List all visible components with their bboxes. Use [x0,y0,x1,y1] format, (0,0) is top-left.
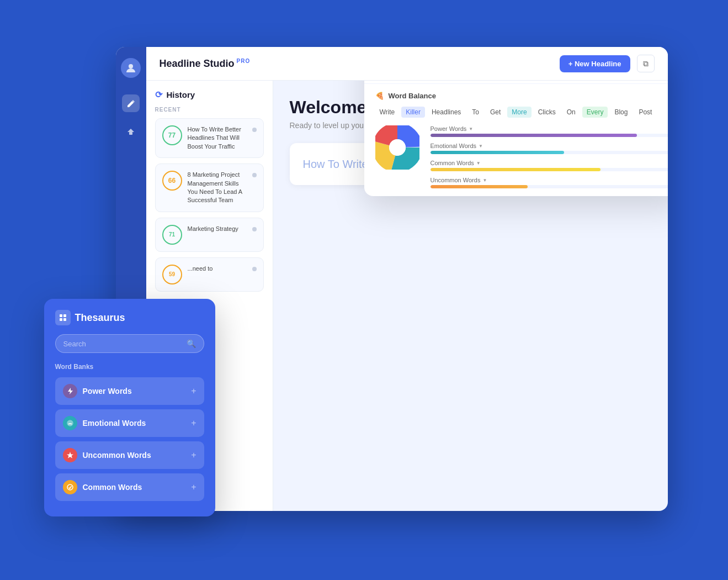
history-item[interactable]: 59 ...need to [155,257,264,292]
thesaurus-title: Thesaurus [75,312,125,324]
svg-rect-20 [60,314,62,317]
word-bank-power-words[interactable]: Power Words + [55,377,204,405]
word-tag: On [562,107,580,118]
emotional-words-icon [63,416,77,430]
thesaurus-card: Thesaurus 🔍 Word Banks Power Words + Emo… [44,299,215,516]
dropdown-arrow: ▼ [482,178,487,183]
history-title: ⟳ History [155,89,264,100]
uncommon-words-icon [63,448,77,462]
bar-label: Uncommon Words ▼ [431,177,668,183]
pie-chart [375,125,419,170]
score-badge-orange: 59 [162,265,182,284]
common-words-label: Common Words [83,483,186,492]
power-words-plus: + [191,386,196,396]
history-item[interactable]: 71 Marketing Strategy [155,218,264,252]
svg-point-19 [389,139,406,156]
word-tag: To [467,107,483,118]
history-dot [252,128,257,132]
bar-label: Power Words ▼ [431,125,668,132]
uncommon-words-bar: Uncommon Words ▼ [431,177,668,188]
word-tag: Headlines [427,107,465,118]
history-icon: ⟳ [155,89,162,100]
common-words-icon [63,480,77,494]
bar-track [431,134,668,137]
main-content: Headline StudioPRO + New Headline ⧉ ⟳ Hi… [146,47,668,511]
word-balance-icon: 🍕 [375,92,384,100]
bar-label: Common Words ▼ [431,160,668,166]
pro-badge: PRO [237,58,251,64]
word-bank-common-words[interactable]: Common Words + [55,473,204,501]
scene: Headline StudioPRO + New Headline ⧉ ⟳ Hi… [61,47,668,533]
word-tag-green: Every [582,107,608,118]
uncommon-words-label: Uncommon Words [83,451,186,460]
bar-label: Emotional Words ▼ [431,143,668,149]
history-item-text: ...need to [188,265,247,273]
word-tag: Blog [610,107,632,118]
power-words-icon [63,384,77,398]
content-body: ⟳ History RECENT 77 How To Write Better … [146,81,668,511]
new-headline-button[interactable]: + New Headline [560,55,630,72]
thesaurus-search-input[interactable] [63,340,187,348]
sidebar-hat-icon[interactable] [122,123,140,141]
history-dot [252,267,257,271]
history-item-text: 8 Marketing Project Management Skills Yo… [188,171,247,205]
welcome-area: Welcome! Ready to level up your headline… [273,81,668,511]
word-tag: Get [486,107,505,118]
word-balance-charts: Power Words ▼ [375,125,668,188]
history-section-label: RECENT [155,107,264,113]
sidebar-pen-icon[interactable] [122,94,140,112]
power-words-bar: Power Words ▼ [431,125,668,137]
avatar[interactable] [121,58,141,78]
history-item-text: How To Write Better Headlines That Will … [188,125,247,151]
word-balance-header: 🍕 Word Balance [375,92,668,100]
headline-input-wrapper: How To Write Better Headlines That Boost… [290,143,651,185]
common-words-plus: + [191,482,196,492]
svg-rect-22 [60,318,62,321]
dropdown-arrow: ▼ [476,161,481,166]
history-dot [252,173,257,177]
svg-point-0 [129,64,133,68]
word-tags: Write Killer Headlines To Get More Click… [375,107,668,118]
thesaurus-search[interactable]: 🔍 [55,334,204,353]
word-balance-title: Word Balance [389,92,436,100]
copy-button[interactable]: ⧉ [637,55,655,72]
history-item[interactable]: 77 How To Write Better Headlines That Wi… [155,118,264,158]
svg-rect-21 [63,314,66,317]
top-bar: Headline StudioPRO + New Headline ⧉ [146,47,668,81]
common-words-bar: Common Words ▼ [431,160,668,171]
bar-track [431,185,668,188]
score-badge-orange: 66 [162,171,182,191]
app-title: Headline Studio [160,58,235,69]
word-tag-teal: More [507,107,531,118]
bar-track [431,151,668,154]
word-bank-uncommon-words[interactable]: Uncommon Words + [55,441,204,469]
word-tag: Write [375,107,400,118]
dropdown-arrow: ▼ [479,144,483,149]
word-tag: Post [634,107,656,118]
history-item-text: Marketing Strategy [188,225,247,233]
history-item[interactable]: 66 8 Marketing Project Management Skills… [155,164,264,212]
word-tag-blue: Killer [401,107,425,118]
emotional-words-label: Emotional Words [83,419,186,428]
svg-rect-23 [63,318,66,321]
uncommon-words-plus: + [191,450,196,460]
analysis-card: Headline Score 77 SEO Score 85 Headline … [364,81,668,196]
history-dot [252,227,257,231]
bar-fill [431,168,601,171]
chart-bars: Power Words ▼ [431,125,668,188]
word-tag: Clicks [534,107,560,118]
thesaurus-header: Thesaurus [55,310,204,325]
word-balance-section: 🍕 Word Balance Write Killer Headlines To… [364,83,668,196]
power-words-label: Power Words [83,387,186,396]
word-bank-emotional-words[interactable]: Emotional Words + [55,409,204,437]
bar-track [431,168,668,171]
dropdown-arrow: ▼ [469,126,473,131]
score-badge-green: 71 [162,225,182,245]
bar-fill [431,151,564,154]
emotional-words-plus: + [191,418,196,428]
thesaurus-icon [55,310,71,325]
word-banks-label: Word Banks [55,363,204,371]
bar-fill [431,185,528,188]
score-badge-green: 77 [162,125,182,145]
top-bar-actions: + New Headline ⧉ [560,55,655,72]
